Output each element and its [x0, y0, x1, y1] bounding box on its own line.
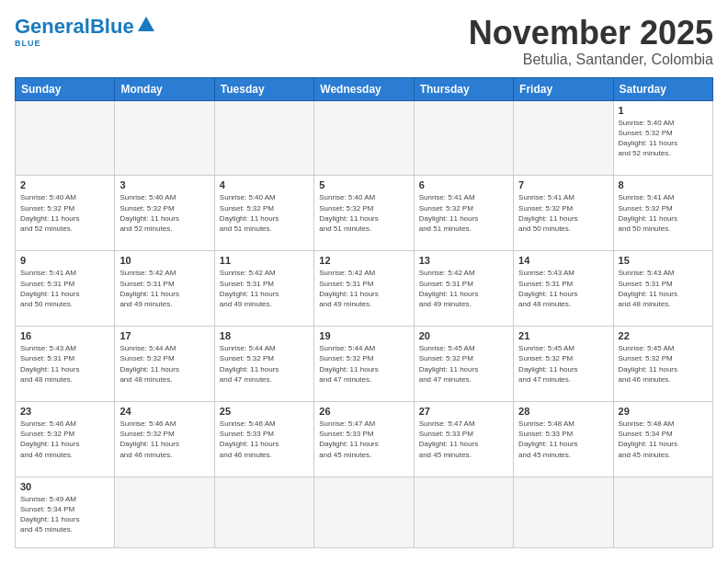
day-number: 25 [220, 406, 309, 417]
day-number: 10 [119, 255, 209, 266]
calendar-week-row: 23Sunrise: 5:46 AM Sunset: 5:32 PM Dayli… [16, 402, 713, 477]
page: GeneralBlue BLUE November 2025 Betulia, … [0, 0, 728, 563]
calendar-cell: 1Sunrise: 5:40 AM Sunset: 5:32 PM Daylig… [613, 100, 712, 176]
day-info: Sunrise: 5:40 AM Sunset: 5:32 PM Dayligh… [220, 192, 309, 234]
weekday-header-tuesday: Tuesday [214, 77, 313, 100]
day-info: Sunrise: 5:45 AM Sunset: 5:32 PM Dayligh… [419, 343, 508, 385]
weekday-header-saturday: Saturday [613, 77, 712, 100]
day-number: 27 [419, 406, 508, 417]
day-info: Sunrise: 5:48 AM Sunset: 5:33 PM Dayligh… [518, 419, 608, 460]
logo-general: General [15, 15, 90, 38]
day-number: 30 [20, 481, 109, 492]
day-info: Sunrise: 5:41 AM Sunset: 5:31 PM Dayligh… [20, 268, 109, 309]
calendar-cell [414, 477, 513, 547]
calendar-week-row: 1Sunrise: 5:40 AM Sunset: 5:32 PM Daylig… [16, 100, 713, 176]
logo-triangle-icon [136, 15, 156, 35]
day-info: Sunrise: 5:41 AM Sunset: 5:32 PM Dayligh… [419, 192, 508, 234]
day-number: 29 [619, 406, 708, 417]
day-info: Sunrise: 5:44 AM Sunset: 5:32 PM Dayligh… [319, 343, 408, 385]
calendar-cell [214, 100, 313, 176]
calendar-week-row: 9Sunrise: 5:41 AM Sunset: 5:31 PM Daylig… [16, 251, 713, 327]
calendar-cell: 22Sunrise: 5:45 AM Sunset: 5:32 PM Dayli… [613, 327, 712, 402]
weekday-header-wednesday: Wednesday [314, 77, 414, 100]
day-info: Sunrise: 5:41 AM Sunset: 5:32 PM Dayligh… [619, 192, 708, 234]
calendar-cell: 10Sunrise: 5:42 AM Sunset: 5:31 PM Dayli… [115, 251, 214, 327]
day-info: Sunrise: 5:41 AM Sunset: 5:32 PM Dayligh… [518, 192, 608, 234]
calendar-cell: 14Sunrise: 5:43 AM Sunset: 5:31 PM Dayli… [514, 251, 613, 327]
calendar-cell: 28Sunrise: 5:48 AM Sunset: 5:33 PM Dayli… [514, 402, 613, 477]
calendar-cell [514, 100, 613, 176]
day-number: 12 [319, 255, 408, 266]
day-number: 3 [119, 179, 209, 190]
calendar-cell [613, 477, 712, 547]
logo-blue: Blue [90, 15, 134, 38]
day-info: Sunrise: 5:48 AM Sunset: 5:34 PM Dayligh… [619, 419, 708, 460]
day-number: 22 [619, 330, 708, 341]
calendar-cell: 21Sunrise: 5:45 AM Sunset: 5:32 PM Dayli… [514, 327, 613, 402]
title-block: November 2025 Betulia, Santander, Colomb… [469, 15, 713, 68]
calendar-cell: 30Sunrise: 5:49 AM Sunset: 5:34 PM Dayli… [16, 477, 115, 547]
day-number: 17 [119, 330, 209, 341]
calendar-cell [16, 100, 115, 176]
day-info: Sunrise: 5:40 AM Sunset: 5:32 PM Dayligh… [319, 192, 408, 234]
weekday-header-sunday: Sunday [16, 77, 115, 100]
day-info: Sunrise: 5:44 AM Sunset: 5:32 PM Dayligh… [119, 343, 209, 385]
calendar-cell: 19Sunrise: 5:44 AM Sunset: 5:32 PM Dayli… [314, 327, 414, 402]
day-info: Sunrise: 5:40 AM Sunset: 5:32 PM Dayligh… [119, 192, 209, 234]
day-number: 23 [20, 406, 109, 417]
day-number: 13 [419, 255, 508, 266]
day-info: Sunrise: 5:40 AM Sunset: 5:32 PM Dayligh… [20, 192, 109, 234]
calendar-cell [314, 477, 414, 547]
day-info: Sunrise: 5:42 AM Sunset: 5:31 PM Dayligh… [119, 268, 209, 309]
day-number: 26 [319, 406, 408, 417]
day-info: Sunrise: 5:43 AM Sunset: 5:31 PM Dayligh… [20, 343, 109, 385]
calendar-cell: 13Sunrise: 5:42 AM Sunset: 5:31 PM Dayli… [414, 251, 513, 327]
logo-subtext: BLUE [15, 39, 41, 48]
calendar-table: SundayMondayTuesdayWednesdayThursdayFrid… [15, 77, 713, 548]
day-info: Sunrise: 5:42 AM Sunset: 5:31 PM Dayligh… [319, 268, 408, 309]
day-info: Sunrise: 5:47 AM Sunset: 5:33 PM Dayligh… [419, 419, 508, 460]
day-number: 7 [518, 179, 608, 190]
day-number: 20 [419, 330, 508, 341]
day-info: Sunrise: 5:40 AM Sunset: 5:32 PM Dayligh… [619, 118, 708, 159]
calendar-cell [314, 100, 414, 176]
day-info: Sunrise: 5:46 AM Sunset: 5:33 PM Dayligh… [220, 419, 309, 460]
day-number: 24 [119, 406, 209, 417]
day-info: Sunrise: 5:42 AM Sunset: 5:31 PM Dayligh… [419, 268, 508, 309]
day-number: 6 [419, 179, 508, 190]
logo-text: GeneralBlue [15, 17, 134, 37]
calendar-cell: 9Sunrise: 5:41 AM Sunset: 5:31 PM Daylig… [16, 251, 115, 327]
calendar-cell: 6Sunrise: 5:41 AM Sunset: 5:32 PM Daylig… [414, 176, 513, 251]
calendar-cell [414, 100, 513, 176]
calendar-cell: 3Sunrise: 5:40 AM Sunset: 5:32 PM Daylig… [115, 176, 214, 251]
day-info: Sunrise: 5:47 AM Sunset: 5:33 PM Dayligh… [319, 419, 408, 460]
weekday-header-thursday: Thursday [414, 77, 513, 100]
weekday-header-row: SundayMondayTuesdayWednesdayThursdayFrid… [16, 77, 713, 100]
calendar-cell [115, 477, 214, 547]
day-info: Sunrise: 5:49 AM Sunset: 5:34 PM Dayligh… [20, 494, 109, 535]
day-number: 4 [220, 179, 309, 190]
day-number: 8 [619, 179, 708, 190]
day-info: Sunrise: 5:43 AM Sunset: 5:31 PM Dayligh… [518, 268, 608, 309]
header: GeneralBlue BLUE November 2025 Betulia, … [15, 15, 713, 68]
day-number: 16 [20, 330, 109, 341]
location-title: Betulia, Santander, Colombia [469, 52, 713, 68]
calendar-cell: 20Sunrise: 5:45 AM Sunset: 5:32 PM Dayli… [414, 327, 513, 402]
day-number: 28 [518, 406, 608, 417]
calendar-cell: 18Sunrise: 5:44 AM Sunset: 5:32 PM Dayli… [214, 327, 313, 402]
calendar-cell: 12Sunrise: 5:42 AM Sunset: 5:31 PM Dayli… [314, 251, 414, 327]
calendar-cell: 16Sunrise: 5:43 AM Sunset: 5:31 PM Dayli… [16, 327, 115, 402]
day-info: Sunrise: 5:45 AM Sunset: 5:32 PM Dayligh… [619, 343, 708, 385]
day-number: 9 [20, 255, 109, 266]
day-number: 2 [20, 179, 109, 190]
calendar-cell [115, 100, 214, 176]
calendar-cell: 29Sunrise: 5:48 AM Sunset: 5:34 PM Dayli… [613, 402, 712, 477]
calendar-cell: 4Sunrise: 5:40 AM Sunset: 5:32 PM Daylig… [214, 176, 313, 251]
calendar-cell [214, 477, 313, 547]
logo: GeneralBlue BLUE [15, 15, 156, 48]
calendar-cell: 25Sunrise: 5:46 AM Sunset: 5:33 PM Dayli… [214, 402, 313, 477]
day-number: 1 [619, 105, 708, 116]
calendar-cell: 23Sunrise: 5:46 AM Sunset: 5:32 PM Dayli… [16, 402, 115, 477]
calendar-cell: 17Sunrise: 5:44 AM Sunset: 5:32 PM Dayli… [115, 327, 214, 402]
day-info: Sunrise: 5:46 AM Sunset: 5:32 PM Dayligh… [119, 419, 209, 460]
